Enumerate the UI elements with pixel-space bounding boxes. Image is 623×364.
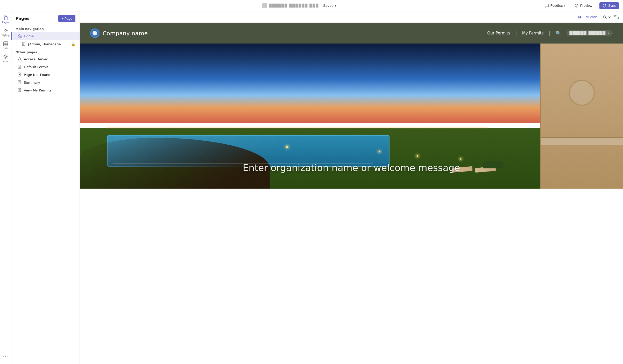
page-icon-permits (18, 88, 22, 92)
building-window (569, 80, 595, 106)
page-icon-default (18, 65, 22, 69)
data-icon (3, 41, 8, 46)
nav-item-styling[interactable]: Styling (1, 26, 10, 38)
page-icon-summary (18, 80, 22, 84)
summary-label: Summary (24, 81, 75, 84)
view-permits-label: View My Permits (24, 88, 75, 92)
styling-icon (3, 28, 8, 33)
page-icon-admin (22, 42, 26, 46)
city-lights (107, 127, 487, 128)
building-awning (541, 137, 623, 145)
svg-rect-10 (19, 36, 20, 38)
sidebar-item-home[interactable]: Home ··· (11, 32, 80, 40)
preview-icon (575, 4, 579, 8)
nav-separator-2: | (549, 31, 550, 36)
hero-welcome-text: Enter organization name or welcome messa… (243, 162, 460, 173)
home-more-button[interactable]: ··· (71, 34, 75, 38)
lock-icon: 🔒 (71, 42, 75, 46)
nav-our-permits[interactable]: Our Permits (487, 31, 510, 35)
home-icon (18, 34, 22, 38)
preview-area: Company name Our Permits | My Permits | … (80, 23, 623, 364)
svg-point-0 (575, 4, 578, 7)
feedback-button[interactable]: Feedback (543, 3, 567, 9)
icon-nav: Pages Styling Data Set up (0, 11, 11, 364)
svg-rect-3 (5, 17, 7, 20)
sidebar-title: Pages (16, 16, 30, 21)
app-title-blurred: ██████ ██████ ███ (269, 4, 319, 8)
chevron-down-zoom-icon (608, 16, 611, 19)
sidebar-item-default-permit[interactable]: Default Permit (11, 63, 80, 71)
top-bar-right: Feedback Preview Sync (543, 2, 619, 9)
user-pill[interactable]: ██████ ██████ ▾ (567, 30, 613, 36)
setup-icon (3, 54, 8, 59)
zoom-icon (603, 15, 607, 19)
nav-item-pages[interactable]: Pages (1, 13, 10, 25)
preview-button[interactable]: Preview (572, 3, 594, 9)
site-logo: Company name (90, 28, 148, 38)
home-label: Home (24, 34, 69, 38)
chevron-icon[interactable]: ▾ (335, 4, 336, 8)
sync-button[interactable]: Sync (599, 2, 619, 9)
nav-separator-1: | (515, 31, 517, 36)
default-permit-label: Default Permit (24, 65, 75, 69)
site-header: Company name Our Permits | My Permits | … (80, 23, 623, 44)
sidebar-item-page-not-found[interactable]: Page Not Found (11, 71, 80, 78)
svg-line-35 (606, 18, 607, 19)
pages-label: Pages (2, 21, 9, 24)
edit-code-button[interactable]: Edit code (576, 14, 600, 20)
search-icon[interactable]: 🔍 (556, 31, 561, 36)
content-toolbar: Edit code (80, 11, 623, 23)
expand-button[interactable] (614, 15, 619, 19)
main-layout: Pages Styling Data Set up (0, 11, 623, 364)
top-bar: ██████ ██████ ███ - Saved ▾ Feedback Pre… (0, 0, 623, 11)
logo-inner (93, 31, 97, 35)
nav-item-setup[interactable]: Set up (1, 52, 10, 64)
saved-badge: - Saved ▾ (321, 4, 336, 8)
company-name: Company name (103, 30, 148, 37)
svg-point-1 (576, 5, 577, 6)
expand-icon (614, 15, 619, 19)
sidebar-item-view-my-permits[interactable]: View My Permits (11, 86, 80, 94)
hero-text-overlay: Enter organization name or welcome messa… (80, 162, 623, 173)
setup-label: Set up (2, 60, 9, 62)
add-page-button[interactable]: + Page (58, 15, 75, 22)
light-2 (379, 151, 380, 152)
sidebar: Pages + Page Main navigation Home ··· (11, 11, 80, 364)
data-label: Data (3, 47, 9, 49)
hero-section: Enter organization name or welcome messa… (80, 44, 623, 189)
preview-frame: Company name Our Permits | My Permits | … (80, 23, 623, 364)
sidebar-item-access-denied[interactable]: Access Denied (11, 55, 80, 63)
content-area: Edit code (80, 11, 623, 364)
other-pages-section-label: Other pages (11, 48, 80, 55)
svg-point-15 (19, 58, 20, 59)
svg-marker-33 (578, 16, 579, 19)
logo-icon (90, 28, 100, 38)
sync-icon (603, 4, 607, 8)
page-not-found-label: Page Not Found (24, 73, 75, 77)
file-icon (262, 3, 267, 8)
nav-my-permits[interactable]: My Permits (522, 31, 544, 35)
pages-icon (3, 15, 8, 20)
site-nav: Our Permits | My Permits | 🔍 ██████ ████… (153, 30, 613, 36)
sidebar-item-summary[interactable]: Summary (11, 78, 80, 86)
zoom-controls[interactable] (603, 15, 611, 19)
svg-marker-32 (579, 16, 581, 19)
nav-item-data[interactable]: Data (1, 39, 10, 51)
user-name-blurred: ██████ ██████ ▾ (570, 31, 610, 35)
access-denied-label: Access Denied (24, 57, 75, 61)
admin-homepage-label: [Admin] Homepage (28, 42, 69, 46)
svg-point-9 (5, 56, 6, 58)
person-icon (18, 57, 22, 61)
saved-text: Saved (323, 4, 334, 8)
more-icon: ··· (3, 354, 8, 359)
feedback-icon (545, 4, 549, 8)
svg-point-4 (5, 30, 6, 31)
styling-label: Styling (2, 34, 10, 37)
sidebar-item-admin-homepage[interactable]: [Admin] Homepage 🔒 (11, 40, 80, 48)
top-bar-center: ██████ ██████ ███ - Saved ▾ (262, 3, 336, 8)
main-nav-section-label: Main navigation (11, 25, 80, 32)
svg-rect-5 (4, 42, 8, 46)
sidebar-header: Pages + Page (11, 11, 80, 25)
nav-item-more[interactable]: ··· (1, 352, 10, 364)
page-icon-notfound (18, 73, 22, 77)
